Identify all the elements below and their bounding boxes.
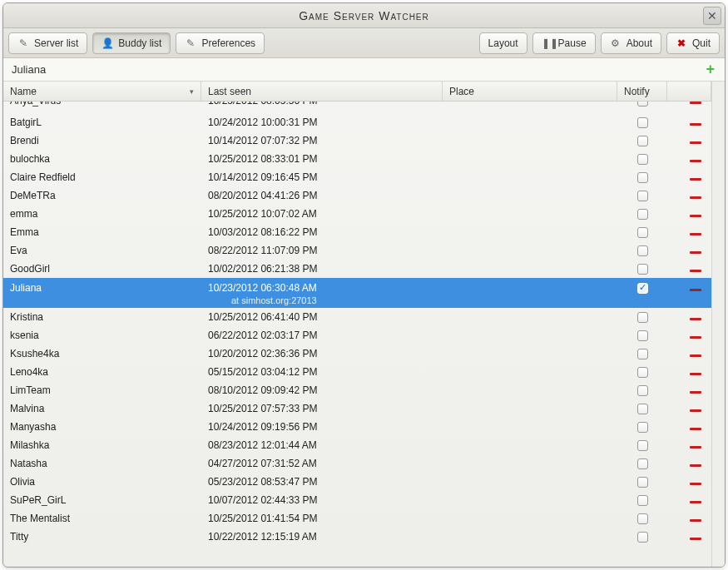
cell-name: LimTeam [3,384,201,396]
search-input[interactable] [8,62,701,77]
table-row[interactable]: BatgirL10/24/2012 10:00:31 PM [3,113,711,131]
table-row[interactable]: Manyasha10/24/2012 09:19:56 PM [3,418,711,436]
buddy-list-button[interactable]: 👤 Buddy list [92,32,171,54]
notify-checkbox[interactable] [637,102,648,107]
remove-icon[interactable] [690,501,701,503]
quit-button[interactable]: ✖ Quit [666,32,720,54]
layout-button[interactable]: Layout [479,32,527,54]
notify-checkbox[interactable] [637,495,648,506]
notify-checkbox[interactable] [637,385,648,396]
remove-icon[interactable] [690,428,701,430]
remove-icon[interactable] [690,160,701,162]
table-row[interactable]: Milashka08/23/2012 12:01:44 AM [3,436,711,454]
cell-name: Brendi [3,135,201,146]
table-row[interactable]: Malvina10/25/2012 07:57:33 PM [3,399,711,418]
notify-checkbox[interactable] [637,404,648,414]
about-button[interactable]: ⚙ About [601,32,661,54]
remove-icon[interactable] [690,123,701,126]
notify-checkbox[interactable] [637,264,648,275]
cell-name: BatgirL [3,116,201,128]
remove-icon[interactable] [690,519,701,522]
plus-icon: + [706,61,715,77]
table-row[interactable]: LimTeam08/10/2012 09:09:42 PM [3,381,711,399]
col-notify[interactable]: Notify [617,82,667,101]
remove-icon[interactable] [690,409,701,412]
cell-last-seen: 10/14/2012 07:07:32 PM [201,135,443,146]
notify-checkbox[interactable] [637,440,648,451]
server-list-button[interactable]: ✎ Server list [8,32,87,54]
table-row[interactable]: bulochka10/25/2012 08:33:01 PM [3,150,711,168]
table-row[interactable]: Anya_Virus10/25/2012 08:05:56 PM [3,102,711,113]
remove-icon[interactable] [690,446,701,449]
notify-checkbox[interactable] [637,532,648,543]
table-row[interactable]: Kristina10/25/2012 06:41:40 PM [3,308,711,326]
remove-icon[interactable] [690,538,701,540]
table-row[interactable]: emma10/25/2012 10:07:02 AM [3,205,711,223]
notify-checkbox[interactable] [637,283,648,294]
cell-remove [667,476,711,488]
table-row[interactable]: SuPeR_GirL10/07/2012 02:44:33 PM [3,491,711,509]
notify-checkbox[interactable] [637,172,648,183]
remove-icon[interactable] [690,289,701,291]
notify-checkbox[interactable] [637,477,648,488]
table-row[interactable]: Leno4ka05/15/2012 03:04:12 PM [3,363,711,381]
notify-checkbox[interactable] [637,154,648,165]
pencil-icon: ✎ [185,37,196,49]
table-row[interactable]: Claire Redfield10/14/2012 09:16:45 PM [3,168,711,186]
notify-checkbox[interactable] [637,245,648,256]
remove-icon[interactable] [690,483,701,485]
table-row[interactable]: DeMeTRa08/20/2012 04:41:26 PM [3,186,711,205]
remove-icon[interactable] [690,464,701,467]
notify-checkbox[interactable] [637,458,648,469]
cell-name: Leno4ka [3,366,201,378]
table-row[interactable]: Natasha04/27/2012 07:31:52 AM [3,454,711,473]
notify-checkbox[interactable] [637,227,648,238]
remove-icon[interactable] [690,196,701,199]
remove-icon[interactable] [690,251,701,254]
table-row[interactable]: Juliana10/23/2012 06:30:48 AMat simhost.… [3,278,711,308]
col-last-seen[interactable]: Last seen [201,82,443,101]
remove-icon[interactable] [690,178,701,181]
notify-checkbox[interactable] [637,513,648,524]
remove-icon[interactable] [690,354,701,357]
table-row[interactable]: Ksushe4ka10/20/2012 02:36:36 PM [3,344,711,363]
notify-checkbox[interactable] [637,117,648,128]
content-area: Name ▾ Last seen Place Notify Anya_Virus… [3,82,725,567]
remove-icon[interactable] [690,336,701,339]
notify-checkbox[interactable] [637,367,648,378]
table-row[interactable]: Brendi10/14/2012 07:07:32 PM [3,131,711,150]
remove-icon[interactable] [690,318,701,320]
vertical-scrollbar[interactable] [711,82,725,567]
add-buddy-button[interactable]: + [701,61,720,78]
remove-icon[interactable] [690,270,701,272]
window-close-button[interactable]: ✕ [703,7,721,25]
table-body: Anya_Virus10/25/2012 08:05:56 PMBatgirL1… [3,102,711,567]
remove-icon[interactable] [690,391,701,394]
table-row[interactable]: GoodGirl10/02/2012 06:21:38 PM [3,260,711,278]
col-place[interactable]: Place [443,82,617,101]
gear-icon: ⚙ [610,37,622,49]
remove-icon[interactable] [690,102,701,104]
remove-icon[interactable] [690,373,701,375]
notify-checkbox[interactable] [637,191,648,201]
table-row[interactable]: Olivia05/23/2012 08:53:47 PM [3,473,711,491]
notify-checkbox[interactable] [637,349,648,359]
cell-remove [667,403,711,414]
table-row[interactable]: The Mentalist10/25/2012 01:41:54 PM [3,509,711,528]
col-name[interactable]: Name ▾ [3,82,201,101]
notify-checkbox[interactable] [637,209,648,220]
remove-icon[interactable] [690,233,701,235]
table-row[interactable]: Eva08/22/2012 11:07:09 PM [3,241,711,260]
pause-button[interactable]: ❚❚ Pause [532,32,596,54]
notify-checkbox[interactable] [637,330,648,341]
table-row[interactable]: Emma10/03/2012 08:16:22 PM [3,223,711,241]
col-place-label: Place [449,86,474,97]
notify-checkbox[interactable] [637,312,648,323]
remove-icon[interactable] [690,141,701,144]
table-row[interactable]: ksenia06/22/2012 02:03:17 PM [3,326,711,344]
notify-checkbox[interactable] [637,136,648,146]
remove-icon[interactable] [690,215,701,217]
preferences-button[interactable]: ✎ Preferences [176,32,265,54]
table-row[interactable]: Titty10/22/2012 12:15:19 AM [3,528,711,546]
notify-checkbox[interactable] [637,422,648,433]
